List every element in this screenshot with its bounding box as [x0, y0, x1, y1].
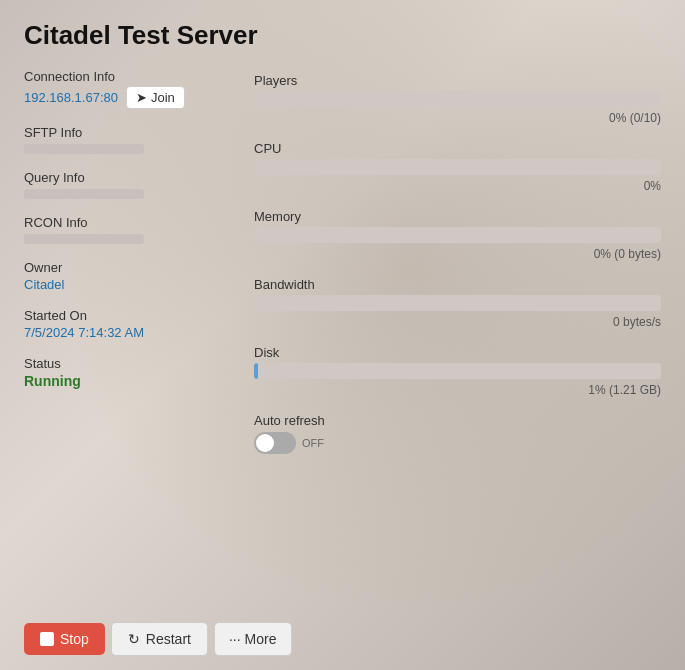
- bandwidth-value: 0 bytes/s: [254, 315, 661, 329]
- more-dots-icon: ···: [229, 631, 241, 647]
- status-label: Status: [24, 356, 234, 371]
- join-arrow-icon: ➤: [136, 90, 147, 105]
- query-info-section: Query Info: [24, 170, 234, 199]
- started-section: Started On 7/5/2024 7:14:32 AM: [24, 308, 234, 340]
- auto-refresh-section: Auto refresh OFF: [254, 413, 661, 454]
- page-title: Citadel Test Server: [24, 20, 661, 51]
- query-bar: [24, 189, 144, 199]
- disk-metric: Disk 1% (1.21 GB): [254, 345, 661, 397]
- owner-section: Owner Citadel: [24, 260, 234, 292]
- players-bar-container: [254, 91, 661, 107]
- owner-label: Owner: [24, 260, 234, 275]
- restart-button[interactable]: ↻ Restart: [111, 622, 208, 656]
- bandwidth-label: Bandwidth: [254, 277, 661, 292]
- disk-bar-fill: [254, 363, 258, 379]
- toggle-state-label: OFF: [302, 437, 324, 449]
- players-label: Players: [254, 73, 661, 88]
- query-label: Query Info: [24, 170, 234, 185]
- bottom-bar: Stop ↻ Restart ··· More: [24, 610, 661, 670]
- status-value: Running: [24, 373, 234, 389]
- cpu-label: CPU: [254, 141, 661, 156]
- cpu-value: 0%: [254, 179, 661, 193]
- memory-value: 0% (0 bytes): [254, 247, 661, 261]
- restart-label: Restart: [146, 631, 191, 647]
- cpu-metric: CPU 0%: [254, 141, 661, 193]
- right-column: Players 0% (0/10) CPU 0% Memory 0% (0 by…: [254, 69, 661, 610]
- memory-metric: Memory 0% (0 bytes): [254, 209, 661, 261]
- stop-icon: [40, 632, 54, 646]
- stop-button[interactable]: Stop: [24, 623, 105, 655]
- connection-ip: 192.168.1.67:80: [24, 90, 118, 105]
- connection-info-section: Connection Info 192.168.1.67:80 ➤ Join: [24, 69, 234, 109]
- stop-label: Stop: [60, 631, 89, 647]
- toggle-container: OFF: [254, 432, 661, 454]
- left-column: Connection Info 192.168.1.67:80 ➤ Join S…: [24, 69, 234, 610]
- disk-bar-container: [254, 363, 661, 379]
- cpu-bar-container: [254, 159, 661, 175]
- more-button[interactable]: ··· More: [214, 622, 292, 656]
- rcon-bar: [24, 234, 144, 244]
- disk-label: Disk: [254, 345, 661, 360]
- players-value: 0% (0/10): [254, 111, 661, 125]
- auto-refresh-toggle[interactable]: [254, 432, 296, 454]
- memory-label: Memory: [254, 209, 661, 224]
- join-button-label: Join: [151, 90, 175, 105]
- rcon-label: RCON Info: [24, 215, 234, 230]
- auto-refresh-label: Auto refresh: [254, 413, 661, 428]
- disk-value: 1% (1.21 GB): [254, 383, 661, 397]
- toggle-knob: [256, 434, 274, 452]
- more-label: More: [245, 631, 277, 647]
- players-metric: Players 0% (0/10): [254, 73, 661, 125]
- sftp-bar: [24, 144, 144, 154]
- bandwidth-bar-container: [254, 295, 661, 311]
- restart-icon: ↻: [128, 631, 140, 647]
- owner-value: Citadel: [24, 277, 234, 292]
- bandwidth-metric: Bandwidth 0 bytes/s: [254, 277, 661, 329]
- started-label: Started On: [24, 308, 234, 323]
- connection-info-label: Connection Info: [24, 69, 234, 84]
- started-value: 7/5/2024 7:14:32 AM: [24, 325, 234, 340]
- join-button[interactable]: ➤ Join: [126, 86, 185, 109]
- rcon-info-section: RCON Info: [24, 215, 234, 244]
- status-section: Status Running: [24, 356, 234, 389]
- memory-bar-container: [254, 227, 661, 243]
- sftp-label: SFTP Info: [24, 125, 234, 140]
- sftp-info-section: SFTP Info: [24, 125, 234, 154]
